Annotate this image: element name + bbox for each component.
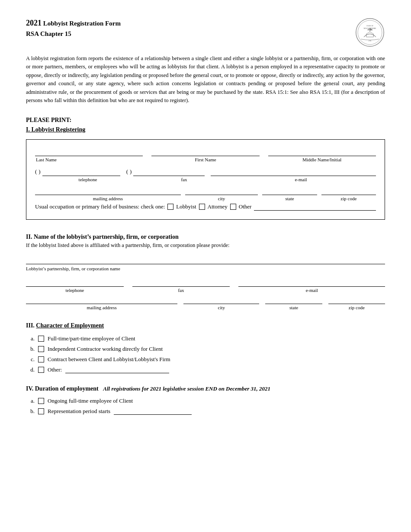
- sec3-checkbox-a[interactable]: [38, 336, 44, 342]
- form-subtitle: RSA Chapter 15: [26, 29, 121, 39]
- other-field: [254, 203, 376, 211]
- sec3-letter-d: d.: [26, 366, 35, 373]
- sec3-text-b: Independent Contractor working directly …: [48, 346, 163, 353]
- form-title: 2021 Lobbyist Registration Form RSA Chap…: [26, 17, 121, 39]
- attorney-label: Attorney: [208, 203, 228, 210]
- section4-heading-text: IV. Duration of employment: [26, 385, 99, 392]
- sec3-text-a: Full-time/part-time employee of Client: [48, 335, 135, 342]
- zipcode-label: zip code: [321, 196, 376, 201]
- firm-name-field: [26, 255, 385, 264]
- section4-block: IV. Duration of employment All registrat…: [26, 385, 385, 415]
- name-row: Last Name First Name Middle Name/Initial: [35, 147, 376, 162]
- last-name-label: Last Name: [35, 157, 143, 162]
- state-label: state: [262, 196, 317, 201]
- fax-open-paren: (: [126, 168, 128, 176]
- telephone-label: telephone: [49, 177, 127, 182]
- lobbyist-label: Lobbyist: [176, 203, 196, 210]
- sec3-item-a: a. Full-time/part-time employee of Clien…: [26, 335, 385, 342]
- svg-text:STATE OF: STATE OF: [366, 25, 373, 27]
- sec2-fax-label: fax: [132, 288, 230, 293]
- section1-box: Last Name First Name Middle Name/Initial…: [26, 139, 385, 220]
- first-name-label: First Name: [151, 157, 259, 162]
- state-seal: STATE OF NEW HAMPSHIRE 1776: [355, 17, 385, 48]
- middle-name-label: Middle Name/Initial: [268, 157, 376, 162]
- sec3-item-d: d. Other:: [26, 366, 385, 373]
- sec3-other-field: [65, 366, 169, 373]
- sec2-mailing-label: mailing address: [26, 305, 177, 310]
- telephone-field: [42, 167, 120, 176]
- sec2-telephone-label: telephone: [26, 288, 124, 293]
- sec3-checkbox-d[interactable]: [38, 367, 44, 373]
- tel-open-paren: (: [35, 168, 37, 176]
- email-field: [211, 167, 376, 176]
- sec4-letter-b: b.: [26, 408, 35, 415]
- sec4-text-a: Ongoing full-time employee of Client: [48, 397, 133, 404]
- tel-close-paren: ): [39, 168, 40, 176]
- sec2-email-label: e-mail: [238, 288, 385, 293]
- last-name-line: [35, 147, 143, 156]
- lobbyist-checkbox[interactable]: [167, 204, 173, 210]
- middle-name-line: [268, 147, 376, 156]
- sec2-address-row: mailing address city state zip code: [26, 295, 385, 310]
- sec4-letter-a: a.: [26, 397, 35, 404]
- sec2-city-field: [183, 295, 259, 304]
- section2-block: II. Name of the lobbyist’s partnership, …: [26, 234, 385, 310]
- svg-point-0: [356, 19, 384, 46]
- city-label: city: [185, 196, 258, 201]
- please-print: PLEASE PRINT:: [26, 117, 385, 124]
- email-label: e-mail: [226, 177, 376, 182]
- last-name-group: Last Name: [35, 147, 143, 162]
- sec2-zip-field: [328, 295, 385, 304]
- section3-heading-underline: Character of Employment: [36, 322, 104, 329]
- sec3-item-b: b. Independent Contractor working direct…: [26, 346, 385, 353]
- zipcode-field: [321, 186, 376, 195]
- section1-heading: I. Lobbyist Registering: [26, 126, 385, 133]
- fax-label: fax: [148, 177, 220, 182]
- intro-text: A lobbyist registration form reports the…: [26, 54, 385, 105]
- occupation-row: Usual occupation or primary field of bus…: [35, 203, 376, 211]
- sec4-checkbox-b[interactable]: [38, 408, 44, 414]
- section4-heading: IV. Duration of employment All registrat…: [26, 385, 385, 392]
- sec3-text-c: Contract between Client and Lobbyist/Lob…: [48, 356, 170, 363]
- sec4-period-field: [114, 408, 192, 415]
- sec4-item-a: a. Ongoing full-time employee of Client: [26, 397, 385, 404]
- other-checkbox[interactable]: [230, 204, 236, 210]
- sec2-state-label: state: [265, 305, 322, 310]
- section2-heading: II. Name of the lobbyist’s partnership, …: [26, 234, 385, 240]
- sec2-city-label: city: [183, 305, 259, 310]
- sec2-zip-label: zip code: [328, 305, 385, 310]
- city-field: [185, 186, 258, 195]
- sec3-text-d: Other:: [48, 366, 62, 373]
- sec4-text-b: Representation period starts: [48, 408, 110, 415]
- sec3-letter-a: a.: [26, 335, 35, 342]
- section3-block: III. Character of Employment a. Full-tim…: [26, 322, 385, 373]
- middle-name-group: Middle Name/Initial: [268, 147, 376, 162]
- state-field: [262, 186, 317, 195]
- section2-desc: If the lobbyist listed above is affiliat…: [26, 242, 385, 249]
- mailing-address-label: mailing address: [35, 196, 181, 201]
- sec3-letter-b: b.: [26, 346, 35, 353]
- sec2-state-field: [265, 295, 322, 304]
- sec2-contact-row: telephone fax e-mail: [26, 277, 385, 293]
- mailing-address-field: [35, 186, 181, 195]
- sec4-checkbox-a[interactable]: [38, 398, 44, 404]
- sec2-mailing-field: [26, 295, 177, 304]
- fax-field: [133, 167, 205, 176]
- sec3-letter-c: c.: [26, 356, 35, 363]
- first-name-group: First Name: [151, 147, 259, 162]
- sec3-checkbox-c[interactable]: [38, 356, 44, 362]
- address-row: mailing address city state zip code: [35, 186, 376, 201]
- sec2-telephone-field: [26, 277, 124, 287]
- form-title-text: Lobbyist Registration Form: [42, 20, 121, 27]
- firm-name-label: Lobbyist’s partnership, firm, or corpora…: [26, 266, 385, 271]
- sec2-email-field: [238, 277, 385, 287]
- section4-note: All registrations for 2021 legislative s…: [103, 385, 270, 392]
- sec3-item-c: c. Contract between Client and Lobbyist/…: [26, 356, 385, 363]
- attorney-checkbox[interactable]: [199, 204, 205, 210]
- svg-text:1776: 1776: [369, 40, 372, 42]
- sec4-item-b: b. Representation period starts: [26, 408, 385, 415]
- sec3-checkbox-b[interactable]: [38, 346, 44, 352]
- sec2-fax-field: [132, 277, 230, 287]
- form-year: 2021: [26, 19, 42, 27]
- section3-heading: III. Character of Employment: [26, 322, 385, 329]
